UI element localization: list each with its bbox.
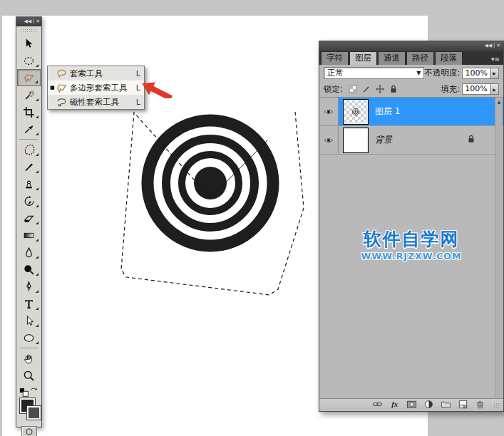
burn-tool-button[interactable] xyxy=(17,261,41,278)
fx-button[interactable]: fx xyxy=(389,399,400,412)
brush-icon xyxy=(23,161,35,173)
background-color-swatch[interactable] xyxy=(27,406,41,420)
pen-tool-button[interactable] xyxy=(17,278,41,295)
default-colors-icon[interactable] xyxy=(19,388,29,398)
target-center-dot xyxy=(194,167,227,199)
red-annotation-arrow xyxy=(140,66,180,98)
menu-item-套索工具[interactable]: 套索工具L xyxy=(48,66,144,81)
opacity-input[interactable]: 100% xyxy=(462,68,490,79)
zoom-icon xyxy=(23,370,35,382)
trash-icon xyxy=(475,399,485,410)
eyedropper-tool-button[interactable] xyxy=(17,120,41,137)
layer-main[interactable]: 背景 xyxy=(339,126,503,154)
panel-menu-icon[interactable]: ▾≡ xyxy=(491,56,502,65)
collapse-icon[interactable]: ◀◀ xyxy=(24,19,31,24)
patch-icon xyxy=(23,144,35,156)
close-icon[interactable]: ✕ xyxy=(36,19,40,24)
lock-all-icon xyxy=(466,134,476,144)
collapse-icon[interactable]: ◀◀ xyxy=(484,43,492,48)
toolbar-separator xyxy=(19,139,38,140)
crop-tool-button[interactable] xyxy=(17,103,41,120)
tool-palette-titlebar[interactable]: ◀◀❘✕ xyxy=(16,17,41,26)
swap-colors-icon[interactable] xyxy=(29,385,38,395)
menu-item-磁性套索工具[interactable]: 磁性套索工具L xyxy=(48,95,144,109)
flyout-corner-icon xyxy=(36,133,38,135)
elliptical-marquee-icon xyxy=(23,55,35,67)
ellipse-shape-tool-button[interactable] xyxy=(17,329,41,346)
quick-mask-icon xyxy=(24,427,34,436)
blend-mode-dropdown[interactable]: 正常 ▼ xyxy=(324,67,424,79)
layer-thumbnail[interactable] xyxy=(343,128,369,153)
tab-通道[interactable]: 通道 xyxy=(378,51,406,65)
fill-label: 填充: xyxy=(441,84,462,95)
hand-icon xyxy=(23,353,35,365)
type-icon xyxy=(23,298,35,310)
tab-段落[interactable]: 段落 xyxy=(435,51,463,65)
type-tool-button[interactable] xyxy=(17,295,41,312)
tab-图层[interactable]: 图层 xyxy=(349,51,377,65)
brush-tool-button[interactable] xyxy=(17,158,41,175)
lock-fill-row: 锁定: 填充: 100% ▶ xyxy=(319,81,503,97)
new-layer-button[interactable] xyxy=(458,399,468,412)
layers-panel: ◀◀❘✕ 字符图层通道路径段落▾≡ 正常 ▼ 不透明度: 100% ▶ 锁定: … xyxy=(319,41,504,412)
close-icon[interactable]: ✕ xyxy=(496,43,500,48)
tab-路径[interactable]: 路径 xyxy=(406,51,434,65)
lock-move-icon[interactable] xyxy=(375,84,385,94)
quick-mask-button[interactable] xyxy=(21,426,37,436)
clone-stamp-tool-button[interactable] xyxy=(17,175,41,192)
flyout-corner-icon xyxy=(36,273,38,276)
layer-row[interactable]: 背景 xyxy=(319,126,503,155)
panel-titlebar[interactable]: ◀◀❘✕ xyxy=(319,41,503,51)
layer-mask-button[interactable] xyxy=(406,399,417,412)
patch-tool-button[interactable] xyxy=(17,141,41,158)
gradient-tool-button[interactable] xyxy=(17,227,41,244)
menu-item-多边形套索工具[interactable]: ■多边形套索工具L xyxy=(48,81,144,95)
zoom-tool-button[interactable] xyxy=(17,367,41,384)
flyout-corner-icon xyxy=(36,64,38,67)
swatch-controls xyxy=(19,385,39,398)
group-button[interactable] xyxy=(441,399,451,412)
blur-tool-button[interactable] xyxy=(17,244,41,261)
magic-wand-tool-button[interactable] xyxy=(17,86,41,103)
opacity-label: 不透明度: xyxy=(424,68,462,78)
fill-spinner[interactable]: ▶ xyxy=(490,83,499,95)
fx-icon: fx xyxy=(389,399,400,410)
opacity-spinner[interactable]: ▶ xyxy=(490,68,499,79)
trash-button[interactable] xyxy=(475,399,485,412)
hand-tool-button[interactable] xyxy=(17,350,41,367)
tab-字符[interactable]: 字符 xyxy=(321,51,349,65)
eraser-tool-button[interactable] xyxy=(17,209,41,227)
layers-scrollbar[interactable]: ▲ xyxy=(495,98,503,398)
resize-grip[interactable] xyxy=(493,403,499,408)
layer-name: 图层 1 xyxy=(375,105,400,118)
fill-input[interactable]: 100% xyxy=(462,83,490,95)
path-selection-tool-button[interactable] xyxy=(17,312,41,329)
visibility-toggle[interactable] xyxy=(319,98,339,125)
group-icon xyxy=(441,399,451,410)
scroll-up-icon[interactable]: ▲ xyxy=(498,99,501,104)
lock-transparency-icon[interactable] xyxy=(348,84,358,94)
eye-icon xyxy=(324,107,334,117)
layer-thumbnail[interactable] xyxy=(343,99,369,125)
flyout-corner-icon xyxy=(36,153,38,156)
history-brush-tool-button[interactable] xyxy=(17,192,41,209)
adjustment-layer-button[interactable] xyxy=(423,399,434,412)
layer-main[interactable]: 图层 1 xyxy=(339,98,503,125)
flyout-corner-icon xyxy=(35,81,38,83)
menu-item-shortcut: L xyxy=(136,98,140,107)
path-select-icon xyxy=(23,315,35,327)
eye-icon xyxy=(324,135,334,145)
move-tool-button[interactable] xyxy=(17,35,41,52)
visibility-toggle[interactable] xyxy=(319,126,339,154)
color-swatches xyxy=(19,398,39,424)
flyout-corner-icon xyxy=(36,170,38,173)
layers-list: 图层 1背景 ▲ 软件自学网 WWW.RJZXW.COM xyxy=(319,97,503,398)
link-button[interactable] xyxy=(372,399,383,412)
lock-all-icon[interactable] xyxy=(389,84,398,94)
layer-row[interactable]: 图层 1 xyxy=(319,98,503,126)
lock-paint-icon[interactable] xyxy=(361,84,371,94)
lasso-tool-button[interactable] xyxy=(17,69,41,86)
burn-icon xyxy=(23,264,35,276)
palette-grip[interactable] xyxy=(20,28,38,33)
elliptical-marquee-tool-button[interactable] xyxy=(17,52,41,69)
